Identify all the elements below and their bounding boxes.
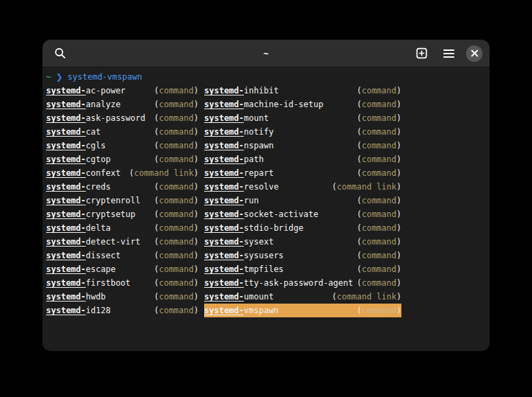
completion-item-name: systemd-sysusers (204, 249, 284, 262)
completion-row: systemd-cgtop(command)systemd-path(comma… (46, 152, 486, 166)
completion-item: systemd-cryptenroll(command) (46, 194, 199, 207)
completion-item: systemd-tty-ask-password-agent(command) (204, 276, 401, 290)
close-button[interactable] (466, 45, 483, 62)
completion-item-name: systemd-id128 (46, 304, 111, 317)
completion-item-description: (command) (154, 98, 199, 111)
completion-row: systemd-cryptsetup(command)systemd-socke… (46, 207, 486, 221)
completion-item-name: systemd-machine-id-setup (204, 98, 323, 111)
completion-row: systemd-creds(command)systemd-resolve(co… (46, 180, 486, 194)
completion-item-description: (command) (357, 276, 401, 290)
completion-item: systemd-stdio-bridge(command) (204, 221, 401, 235)
completion-item-name: systemd-escape (46, 262, 115, 276)
desktop-background: ~ (0, 0, 532, 397)
completion-item-description: (command) (154, 207, 199, 221)
search-icon (54, 47, 66, 59)
completion-item: systemd-id128(command) (46, 304, 199, 317)
completion-item-name: systemd-path (204, 152, 264, 166)
terminal-content[interactable]: ~ ❯ systemd-vmspawn systemd-ac-power(com… (43, 67, 489, 317)
completion-item-name: systemd-run (204, 194, 258, 207)
completion-row: systemd-cryptenroll(command)systemd-run(… (46, 194, 486, 207)
completion-item: systemd-mount(command) (204, 111, 401, 125)
completion-item: systemd-sysusers(command) (204, 249, 401, 262)
completion-row: systemd-delta(command)systemd-stdio-brid… (46, 221, 486, 235)
completion-row: systemd-ac-power(command)systemd-inhibit… (46, 84, 486, 98)
completion-item-name: systemd-umount (204, 290, 274, 304)
completion-item-name: systemd-cryptenroll (46, 194, 140, 207)
completion-row: systemd-cgls(command)systemd-nspawn(comm… (46, 139, 486, 152)
completion-item: systemd-hwdb(command) (46, 290, 199, 304)
completion-item-name: systemd-mount (204, 111, 269, 125)
completion-item-description: (command) (357, 262, 401, 276)
completion-item-name: systemd-dissect (46, 249, 120, 262)
completion-item-description: (command) (357, 111, 401, 125)
prompt-command-text: systemd-vmspawn (67, 70, 142, 84)
completion-item-description: (command) (154, 194, 199, 207)
completion-item-name: systemd-delta (46, 221, 111, 235)
terminal-window: ~ (43, 40, 489, 351)
completion-item: systemd-sysext(command) (204, 235, 401, 249)
completion-item: systemd-cryptsetup(command) (46, 207, 199, 221)
completion-row: systemd-detect-virt(command)systemd-syse… (46, 235, 486, 249)
completion-item-description: (command) (154, 125, 199, 139)
completion-item-description: (command) (154, 304, 199, 317)
completion-row: systemd-id128(command)systemd-vmspawn(co… (46, 304, 486, 317)
new-tab-button[interactable] (411, 43, 432, 64)
menu-button[interactable] (439, 43, 459, 64)
completion-item-name: systemd-confext (46, 166, 120, 180)
completion-item-name: systemd-cgls (46, 139, 106, 152)
completion-item-description: (command) (357, 139, 401, 152)
completion-item-description: (command) (357, 98, 401, 111)
completion-item-description: (command) (154, 139, 199, 152)
completion-item: systemd-analyze(command) (46, 98, 199, 111)
completion-item-name: systemd-cryptsetup (46, 207, 135, 221)
completion-item: systemd-confext(command link) (46, 166, 199, 180)
completion-item-description: (command) (357, 221, 401, 235)
completion-item-description: (command) (357, 84, 401, 98)
completion-item-description: (command) (154, 221, 199, 235)
completion-item-description: (command) (357, 249, 401, 262)
completion-item: systemd-socket-activate(command) (204, 207, 401, 221)
completion-item-description: (command) (154, 235, 199, 249)
completion-list: systemd-ac-power(command)systemd-inhibit… (46, 84, 486, 317)
completion-item: systemd-creds(command) (46, 180, 199, 194)
completion-item-description: (command link) (332, 290, 401, 304)
completion-item-name: systemd-repart (204, 166, 274, 180)
completion-item-description: (command) (154, 290, 199, 304)
completion-item-name: systemd-vmspawn (204, 304, 278, 317)
titlebar[interactable]: ~ (43, 40, 489, 67)
completion-item-description: (command) (154, 249, 199, 262)
completion-item: systemd-ask-password(command) (46, 111, 199, 125)
completion-item-description: (command) (154, 180, 199, 194)
search-button[interactable] (49, 43, 70, 64)
completion-item: systemd-ac-power(command) (46, 84, 199, 98)
completion-item: systemd-inhibit(command) (204, 84, 401, 98)
completion-item-name: systemd-tty-ask-password-agent (204, 276, 353, 290)
completion-item: systemd-nspawn(command) (204, 139, 401, 152)
completion-item: systemd-run(command) (204, 194, 401, 207)
completion-item-name: systemd-ac-power (46, 84, 126, 98)
completion-item-name: systemd-inhibit (204, 84, 278, 98)
completion-item-selected: systemd-vmspawn(command) (204, 304, 401, 317)
completion-item-description: (command) (357, 166, 401, 180)
completion-item: systemd-dissect(command) (46, 249, 199, 262)
completion-item-description: (command) (154, 84, 199, 98)
completion-row: systemd-cat(command)systemd-notify(comma… (46, 125, 486, 139)
completion-item-name: systemd-creds (46, 180, 111, 194)
completion-item: systemd-repart(command) (204, 166, 401, 180)
completion-item-name: systemd-firstboot (46, 276, 131, 290)
completion-item-name: systemd-tmpfiles (204, 262, 284, 276)
completion-item: systemd-path(command) (204, 152, 401, 166)
completion-item-description: (command) (357, 235, 401, 249)
completion-item: systemd-cgtop(command) (46, 152, 199, 166)
completion-item-description: (command) (154, 111, 199, 125)
completion-row: systemd-hwdb(command)systemd-umount(comm… (46, 290, 486, 304)
completion-item-description: (command) (154, 262, 199, 276)
completion-item: systemd-tmpfiles(command) (204, 262, 401, 276)
completion-row: systemd-analyze(command)systemd-machine-… (46, 98, 486, 111)
completion-item-name: systemd-nspawn (204, 139, 274, 152)
menu-icon (443, 49, 454, 58)
completion-item: systemd-delta(command) (46, 221, 199, 235)
completion-item: systemd-escape(command) (46, 262, 199, 276)
completion-item-name: systemd-cgtop (46, 152, 111, 166)
completion-item-name: systemd-resolve (204, 180, 278, 194)
